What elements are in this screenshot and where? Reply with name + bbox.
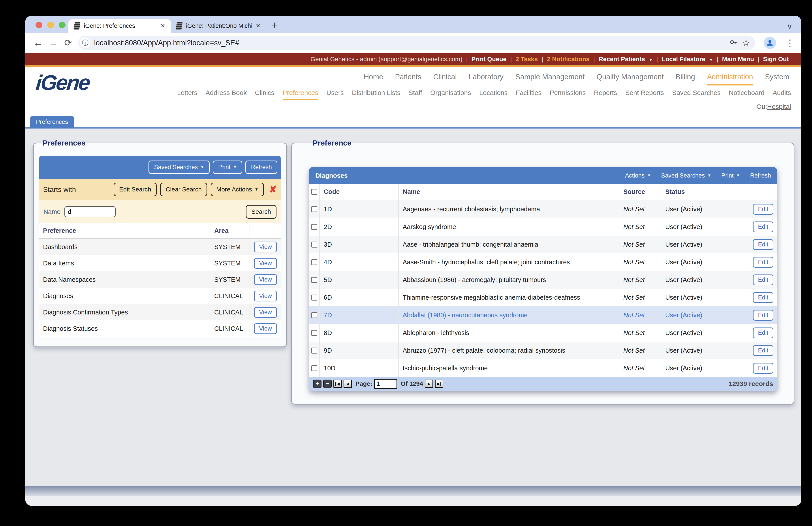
- main-nav-item[interactable]: System: [765, 73, 789, 85]
- main-menu-link[interactable]: Main Menu: [722, 56, 754, 63]
- sub-nav-item[interactable]: Users: [327, 89, 344, 100]
- row-checkbox[interactable]: [311, 224, 317, 230]
- edit-button[interactable]: Edit: [753, 204, 773, 215]
- more-actions-button[interactable]: More Actions ▼: [211, 183, 264, 196]
- forward-icon[interactable]: →: [49, 38, 58, 47]
- row-checkbox[interactable]: [311, 259, 317, 265]
- edit-button[interactable]: Edit: [753, 222, 773, 232]
- main-nav-item[interactable]: Billing: [676, 73, 695, 85]
- bookmark-star-icon[interactable]: ☆: [742, 39, 750, 47]
- sub-nav-item[interactable]: Permissions: [550, 89, 585, 100]
- print-menu[interactable]: Print ▼: [721, 172, 740, 179]
- clear-search-button[interactable]: Clear Search: [160, 183, 207, 196]
- view-button[interactable]: View: [254, 323, 277, 334]
- diagnosis-row[interactable]: 9D Abruzzo (1977) - cleft palate; colobo…: [309, 342, 777, 359]
- browser-menu-icon[interactable]: ⋮: [785, 38, 795, 48]
- browser-tab-active[interactable]: iGene: Preferences ✕: [68, 19, 171, 33]
- edit-button[interactable]: Edit: [753, 327, 773, 338]
- saved-searches-menu[interactable]: Saved Searches ▼: [661, 172, 711, 179]
- notifications-link[interactable]: 2 Notifications: [547, 56, 590, 63]
- main-nav-item[interactable]: Administration: [707, 73, 753, 85]
- page-number-input[interactable]: [374, 379, 397, 389]
- row-checkbox[interactable]: [311, 365, 317, 371]
- sub-nav-item[interactable]: Clinics: [255, 89, 274, 100]
- back-icon[interactable]: ←: [33, 38, 43, 47]
- browser-tab-inactive[interactable]: iGene: Patient:Ono Michio ✕: [171, 19, 266, 33]
- diagnosis-row[interactable]: 5D Abbassioun (1986) - acromegaly; pitui…: [309, 271, 777, 289]
- row-checkbox[interactable]: [311, 242, 317, 247]
- url-text[interactable]: localhost:8080/App/App.html?locale=sv_SE…: [94, 39, 725, 47]
- sub-nav-item[interactable]: Sent Reports: [625, 89, 664, 100]
- sub-nav-item[interactable]: Organisations: [430, 89, 471, 100]
- name-input[interactable]: [64, 206, 116, 217]
- expand-icon[interactable]: +: [313, 380, 321, 388]
- last-page-button[interactable]: ▶: [435, 380, 443, 388]
- view-button[interactable]: View: [254, 307, 277, 318]
- sub-nav-item[interactable]: Reports: [594, 89, 617, 100]
- close-filter-icon[interactable]: ✘: [269, 185, 277, 194]
- profile-avatar[interactable]: [764, 37, 776, 49]
- row-checkbox[interactable]: [311, 347, 317, 354]
- diagnosis-row[interactable]: 1D Aagenaes - recurrent cholestasis; lym…: [309, 200, 777, 218]
- edit-button[interactable]: Edit: [753, 363, 773, 374]
- edit-search-button[interactable]: Edit Search: [114, 183, 157, 196]
- sub-nav-item[interactable]: Noticeboard: [729, 89, 765, 100]
- diagnosis-row[interactable]: 8D Ablepharon - ichthyosis Not Set User …: [309, 324, 777, 342]
- edit-button[interactable]: Edit: [753, 292, 773, 303]
- edit-button[interactable]: Edit: [753, 310, 773, 321]
- row-checkbox[interactable]: [311, 277, 317, 283]
- row-checkbox[interactable]: [311, 206, 317, 212]
- edit-button[interactable]: Edit: [753, 257, 773, 268]
- diagnosis-row[interactable]: 3D Aase - triphalangeal thumb; congenita…: [309, 236, 777, 253]
- main-nav-item[interactable]: Quality Management: [596, 73, 664, 85]
- diagnosis-row[interactable]: 6D Thiamine-responsive megaloblastic ane…: [309, 289, 777, 306]
- sub-nav-item[interactable]: Locations: [479, 89, 508, 100]
- edit-button[interactable]: Edit: [753, 239, 773, 250]
- main-nav-item[interactable]: Clinical: [433, 73, 457, 85]
- saved-searches-button[interactable]: Saved Searches ▼: [148, 160, 209, 174]
- minimize-window-button[interactable]: [47, 22, 54, 28]
- row-checkbox[interactable]: [311, 330, 317, 336]
- actions-menu[interactable]: Actions ▼: [625, 172, 651, 179]
- edit-button[interactable]: Edit: [753, 274, 773, 285]
- view-button[interactable]: View: [254, 242, 277, 252]
- view-button[interactable]: View: [254, 258, 277, 269]
- edit-button[interactable]: Edit: [753, 345, 773, 356]
- tasks-link[interactable]: 2 Tasks: [516, 56, 538, 63]
- local-filestore-menu[interactable]: Local Filestore ▼: [662, 56, 713, 63]
- view-button[interactable]: View: [254, 290, 277, 301]
- main-nav-item[interactable]: Laboratory: [469, 73, 504, 85]
- sub-nav-item[interactable]: Address Book: [205, 89, 247, 100]
- row-checkbox[interactable]: [311, 312, 317, 318]
- print-queue-link[interactable]: Print Queue: [472, 56, 507, 63]
- zoom-window-button[interactable]: [59, 22, 66, 28]
- next-page-button[interactable]: ▶: [425, 380, 433, 388]
- ou-hospital-link[interactable]: Hospital: [767, 103, 791, 110]
- new-tab-button[interactable]: +: [272, 20, 278, 30]
- print-button[interactable]: Print ▼: [213, 160, 242, 174]
- sub-nav-item[interactable]: Facilities: [516, 89, 541, 100]
- password-key-icon[interactable]: [729, 37, 739, 48]
- tab-close-icon[interactable]: ✕: [160, 22, 165, 29]
- sub-nav-item[interactable]: Audits: [773, 89, 791, 100]
- sub-nav-item[interactable]: Distribution Lists: [352, 89, 401, 100]
- row-checkbox[interactable]: [311, 295, 317, 300]
- sub-nav-item[interactable]: Preferences: [282, 89, 318, 100]
- main-nav-item[interactable]: Patients: [395, 73, 421, 85]
- diagnosis-row[interactable]: 10D Ischio-pubic-patella syndrome Not Se…: [309, 359, 777, 377]
- sub-nav-item[interactable]: Saved Searches: [672, 89, 721, 100]
- sub-nav-item[interactable]: Letters: [177, 89, 198, 100]
- collapse-icon[interactable]: −: [323, 380, 332, 388]
- view-button[interactable]: View: [254, 274, 277, 285]
- diagnosis-row[interactable]: 2D Aarskog syndrome Not Set User (Active…: [309, 218, 777, 236]
- sub-nav-item[interactable]: Staff: [409, 89, 422, 100]
- address-bar[interactable]: ⓘ localhost:8080/App/App.html?locale=sv_…: [78, 36, 755, 50]
- close-window-button[interactable]: [35, 22, 42, 28]
- tab-close-icon[interactable]: ✕: [256, 22, 261, 29]
- diagnosis-row[interactable]: 7D Abdallat (1980) - neurocutaneous synd…: [309, 306, 777, 324]
- reload-icon[interactable]: ⟳: [64, 38, 72, 47]
- tab-search-chevron-icon[interactable]: ∨: [787, 23, 792, 30]
- refresh-button[interactable]: Refresh: [245, 160, 277, 174]
- recent-patients-menu[interactable]: Recent Patients ▼: [599, 56, 653, 63]
- search-button[interactable]: Search: [246, 205, 276, 218]
